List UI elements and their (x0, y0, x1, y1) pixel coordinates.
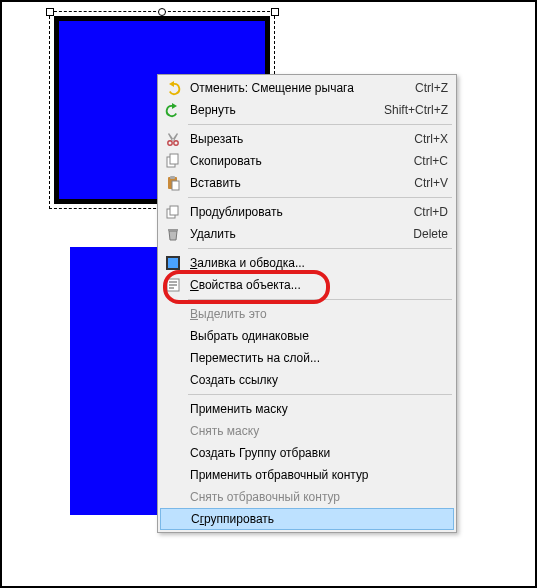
undo-icon (164, 79, 182, 97)
fill-stroke-icon (164, 254, 182, 272)
menu-separator (188, 124, 452, 125)
menu-undo-label: Отменить: Смещение рычага (190, 81, 403, 95)
menu-separator (188, 248, 452, 249)
menu-paste[interactable]: Вставить Ctrl+V (160, 172, 454, 194)
menu-select-this-label: Выделить это (190, 307, 448, 321)
svg-point-0 (168, 141, 172, 145)
menu-make-link-label: Создать ссылку (190, 373, 448, 387)
menu-create-clip-group[interactable]: Создать Группу отбравки (160, 442, 454, 464)
menu-object-properties-label: Свойства объекта... (190, 278, 448, 292)
svg-rect-12 (169, 281, 177, 283)
svg-rect-14 (169, 287, 174, 289)
menu-select-same-label: Выбрать одинаковые (190, 329, 448, 343)
menu-redo[interactable]: Вернуть Shift+Ctrl+Z (160, 99, 454, 121)
menu-separator (188, 394, 452, 395)
menu-copy-label: Скопировать (190, 154, 402, 168)
copy-icon (164, 152, 182, 170)
menu-delete-label: Удалить (190, 227, 401, 241)
menu-apply-clip-label: Применить отбравочный контур (190, 468, 448, 482)
svg-rect-9 (168, 229, 178, 231)
svg-rect-8 (170, 206, 178, 215)
svg-rect-6 (172, 181, 179, 190)
menu-release-clip: Снять отбравочный контур (160, 486, 454, 508)
menu-delete-shortcut: Delete (413, 227, 448, 241)
svg-rect-10 (167, 257, 179, 269)
svg-rect-3 (170, 154, 178, 164)
selection-handle-tl[interactable] (46, 8, 54, 16)
menu-apply-mask[interactable]: Применить маску (160, 398, 454, 420)
svg-rect-13 (169, 284, 177, 286)
menu-cut[interactable]: Вырезать Ctrl+X (160, 128, 454, 150)
selection-handle-tr[interactable] (271, 8, 279, 16)
menu-undo-shortcut: Ctrl+Z (415, 81, 448, 95)
menu-select-same[interactable]: Выбрать одинаковые (160, 325, 454, 347)
menu-apply-clip[interactable]: Применить отбравочный контур (160, 464, 454, 486)
menu-separator (188, 299, 452, 300)
menu-duplicate[interactable]: Продублировать Ctrl+D (160, 201, 454, 223)
menu-apply-mask-label: Применить маску (190, 402, 448, 416)
menu-release-mask-label: Снять маску (190, 424, 448, 438)
menu-object-properties[interactable]: Свойства объекта... (160, 274, 454, 296)
menu-paste-shortcut: Ctrl+V (414, 176, 448, 190)
menu-duplicate-shortcut: Ctrl+D (414, 205, 448, 219)
paste-icon (164, 174, 182, 192)
menu-undo[interactable]: Отменить: Смещение рычага Ctrl+Z (160, 77, 454, 99)
svg-point-1 (174, 141, 178, 145)
menu-fill-stroke[interactable]: Заливка и обводка... (160, 252, 454, 274)
menu-copy[interactable]: Скопировать Ctrl+C (160, 150, 454, 172)
menu-cut-shortcut: Ctrl+X (414, 132, 448, 146)
properties-icon (164, 276, 182, 294)
menu-move-to-layer[interactable]: Переместить на слой... (160, 347, 454, 369)
menu-delete[interactable]: Удалить Delete (160, 223, 454, 245)
menu-fill-stroke-label: Заливка и обводка... (190, 256, 448, 270)
svg-rect-5 (170, 176, 175, 179)
menu-group[interactable]: Сгруппировать (160, 508, 454, 530)
menu-select-this: Выделить это (160, 303, 454, 325)
duplicate-icon (164, 203, 182, 221)
redo-icon (164, 101, 182, 119)
menu-move-to-layer-label: Переместить на слой... (190, 351, 448, 365)
menu-make-link[interactable]: Создать ссылку (160, 369, 454, 391)
menu-group-label: Сгруппировать (191, 512, 447, 526)
menu-release-clip-label: Снять отбравочный контур (190, 490, 448, 504)
menu-copy-shortcut: Ctrl+C (414, 154, 448, 168)
menu-create-clip-group-label: Создать Группу отбравки (190, 446, 448, 460)
menu-separator (188, 197, 452, 198)
menu-release-mask: Снять маску (160, 420, 454, 442)
context-menu: Отменить: Смещение рычага Ctrl+Z Вернуть… (157, 74, 457, 533)
menu-duplicate-label: Продублировать (190, 205, 402, 219)
selection-handle-tm[interactable] (158, 8, 166, 16)
menu-redo-label: Вернуть (190, 103, 372, 117)
cut-icon (164, 130, 182, 148)
menu-paste-label: Вставить (190, 176, 402, 190)
menu-redo-shortcut: Shift+Ctrl+Z (384, 103, 448, 117)
trash-icon (164, 225, 182, 243)
menu-cut-label: Вырезать (190, 132, 402, 146)
